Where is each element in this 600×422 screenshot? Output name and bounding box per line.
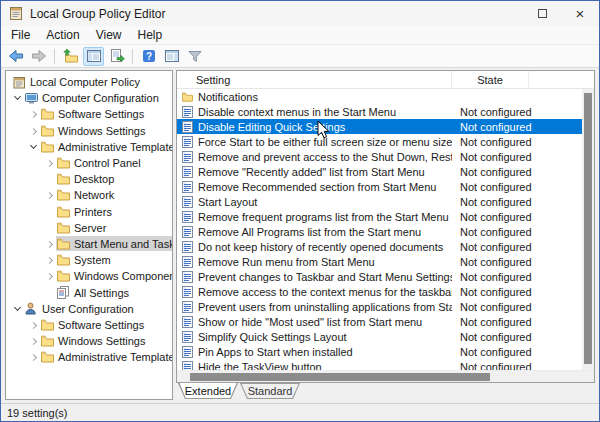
forward-icon[interactable] <box>28 47 49 66</box>
tree-item-network[interactable]: Network <box>6 187 172 203</box>
column-header-state[interactable]: State <box>452 71 529 88</box>
back-icon[interactable] <box>5 47 26 66</box>
list-item-notifications[interactable]: Notifications <box>177 89 582 104</box>
list-item-remove-run-menu-from-start-menu[interactable]: Remove Run menu from Start MenuNot confi… <box>177 254 582 269</box>
tree-item-printers[interactable]: Printers <box>6 204 172 220</box>
tree-item-body[interactable]: Windows Settings <box>40 334 172 349</box>
tree-item-administrative-templates[interactable]: Administrative Templates <box>6 349 172 365</box>
help-icon[interactable]: ? <box>138 47 159 66</box>
tree-item-body[interactable]: Windows Components <box>56 269 172 284</box>
list-item-show-or-hide-most-used-list-from-start-menu[interactable]: Show or hide "Most used" list from Start… <box>177 314 582 329</box>
policy-setting-icon <box>182 316 193 328</box>
chevron-right-icon[interactable] <box>28 335 40 347</box>
list-item-remove-recently-added-list-from-start-menu[interactable]: Remove "Recently added" list from Start … <box>177 164 582 179</box>
chevron-right-icon[interactable] <box>28 108 40 120</box>
close-button[interactable]: × <box>561 1 599 26</box>
chevron-down-icon[interactable] <box>28 141 40 153</box>
setting-name: Show or hide "Most used" list from Start… <box>198 316 452 328</box>
list-item-remove-access-to-the-context-menus-for-the-taskbar[interactable]: Remove access to the context menus for t… <box>177 284 582 299</box>
vertical-scrollbar[interactable] <box>582 89 594 370</box>
chevron-right-icon[interactable] <box>44 189 56 201</box>
tree-item-body[interactable]: Start Menu and Taskbar <box>56 236 172 251</box>
tree-item-computer-configuration[interactable]: Computer Configuration <box>6 90 172 106</box>
list-item-force-start-to-be-either-full-screen-size-or-menu-size[interactable]: Force Start to be either full screen siz… <box>177 134 582 149</box>
tree-item-administrative-templates[interactable]: Administrative Templates <box>6 139 172 155</box>
list-item-disable-editing-quick-settings[interactable]: Disable Editing Quick SettingsNot config… <box>177 119 582 134</box>
tree-item-body[interactable]: Software Settings <box>40 317 172 332</box>
horizontal-scrollbar-thumb[interactable] <box>190 373 490 381</box>
horizontal-scrollbar[interactable] <box>177 370 594 382</box>
menubar: FileActionViewHelp <box>1 26 599 45</box>
list-item-prevent-changes-to-taskbar-and-start-menu-settings[interactable]: Prevent changes to Taskbar and Start Men… <box>177 269 582 284</box>
chevron-right-icon[interactable] <box>28 125 40 137</box>
chevron-right-icon[interactable] <box>28 319 40 331</box>
tree-item-body[interactable]: Printers <box>56 204 172 219</box>
up-one-level-icon[interactable] <box>60 47 81 66</box>
tree-item-windows-settings[interactable]: Windows Settings <box>6 123 172 139</box>
tree-item-body[interactable]: All Settings <box>56 285 172 300</box>
tree-item-server[interactable]: Server <box>6 220 172 236</box>
list-item-remove-recommended-section-from-start-menu[interactable]: Remove Recommended section from Start Me… <box>177 179 582 194</box>
list-item-disable-context-menus-in-the-start-menu[interactable]: Disable context menus in the Start MenuN… <box>177 104 582 119</box>
menu-file[interactable]: File <box>3 26 38 44</box>
tree-item-body[interactable]: Administrative Templates <box>40 350 172 365</box>
tree-item-local-computer-policy[interactable]: Local Computer Policy <box>6 74 172 90</box>
tree-item-body[interactable]: Desktop <box>56 172 172 187</box>
tree-item-software-settings[interactable]: Software Settings <box>6 106 172 122</box>
show-console-tree-icon[interactable] <box>83 47 104 66</box>
chevron-right-icon[interactable] <box>28 351 40 363</box>
list-item-pin-apps-to-start-when-installed[interactable]: Pin Apps to Start when installedNot conf… <box>177 344 582 359</box>
export-list-icon[interactable] <box>106 47 127 66</box>
tree-item-windows-settings[interactable]: Windows Settings <box>6 333 172 349</box>
list-item-hide-the-taskview-button[interactable]: Hide the TaskView buttonNot configured <box>177 359 582 370</box>
setting-name: Do not keep history of recently opened d… <box>198 241 452 253</box>
tree-item-windows-components[interactable]: Windows Components <box>6 268 172 284</box>
chevron-right-icon[interactable] <box>44 157 56 169</box>
list-item-remove-frequent-programs-list-from-the-start-menu[interactable]: Remove frequent programs list from the S… <box>177 209 582 224</box>
tree-item-all-settings[interactable]: All Settings <box>6 284 172 300</box>
menu-view[interactable]: View <box>88 26 130 44</box>
tree-item-software-settings[interactable]: Software Settings <box>6 317 172 333</box>
maximize-button[interactable] <box>523 1 561 26</box>
tree-item-body[interactable]: Network <box>56 188 172 203</box>
folder-icon <box>57 221 70 234</box>
chevron-right-icon[interactable] <box>44 254 56 266</box>
tree-item-desktop[interactable]: Desktop <box>6 171 172 187</box>
tree-item-body[interactable]: Control Panel <box>56 156 172 171</box>
tree-item-body[interactable]: Computer Configuration <box>24 91 172 106</box>
list-item-remove-all-programs-list-from-the-start-menu[interactable]: Remove All Programs list from the Start … <box>177 224 582 239</box>
filter-icon[interactable] <box>184 47 205 66</box>
setting-state: Not configured <box>452 151 532 163</box>
show-action-pane-icon[interactable] <box>161 47 182 66</box>
chevron-right-icon[interactable] <box>44 270 56 282</box>
tab-standard[interactable]: Standard <box>240 383 300 399</box>
tree-item-start-menu-and-taskbar[interactable]: Start Menu and Taskbar <box>6 236 172 252</box>
list-item-do-not-keep-history-of-recently-opened-documents[interactable]: Do not keep history of recently opened d… <box>177 239 582 254</box>
list-item-simplify-quick-settings-layout[interactable]: Simplify Quick Settings LayoutNot config… <box>177 329 582 344</box>
policy-setting-icon <box>182 346 193 358</box>
menu-help[interactable]: Help <box>130 26 171 44</box>
list-item-start-layout[interactable]: Start LayoutNot configured <box>177 194 582 209</box>
list-item-prevent-users-from-uninstalling-applications-from-start[interactable]: Prevent users from uninstalling applicat… <box>177 299 582 314</box>
tree-item-body[interactable]: Server <box>56 220 172 235</box>
chevron-right-icon[interactable] <box>44 238 56 250</box>
vertical-scrollbar-thumb[interactable] <box>584 93 592 364</box>
tree-item-body[interactable]: Local Computer Policy <box>12 75 172 90</box>
tree-item-label: Software Settings <box>58 108 144 120</box>
chevron-down-icon[interactable] <box>12 303 24 315</box>
tree-item-body[interactable]: System <box>56 253 172 268</box>
tree-item-control-panel[interactable]: Control Panel <box>6 155 172 171</box>
tree-item-body[interactable]: Administrative Templates <box>40 139 172 154</box>
tab-extended[interactable]: Extended <box>178 383 238 399</box>
tree-item-system[interactable]: System <box>6 252 172 268</box>
chevron-down-icon[interactable] <box>12 92 24 104</box>
list-item-remove-and-prevent-access-to-the-shut-down-restart-sleep[interactable]: Remove and prevent access to the Shut Do… <box>177 149 582 164</box>
tree-item-label: Computer Configuration <box>42 92 159 104</box>
tree-item-body[interactable]: Windows Settings <box>40 123 172 138</box>
tree-item-body[interactable]: User Configuration <box>24 301 172 316</box>
column-header-setting[interactable]: Setting <box>177 71 452 88</box>
policy-setting-icon <box>182 181 193 193</box>
menu-action[interactable]: Action <box>38 26 87 44</box>
tree-item-user-configuration[interactable]: User Configuration <box>6 301 172 317</box>
tree-item-body[interactable]: Software Settings <box>40 107 172 122</box>
